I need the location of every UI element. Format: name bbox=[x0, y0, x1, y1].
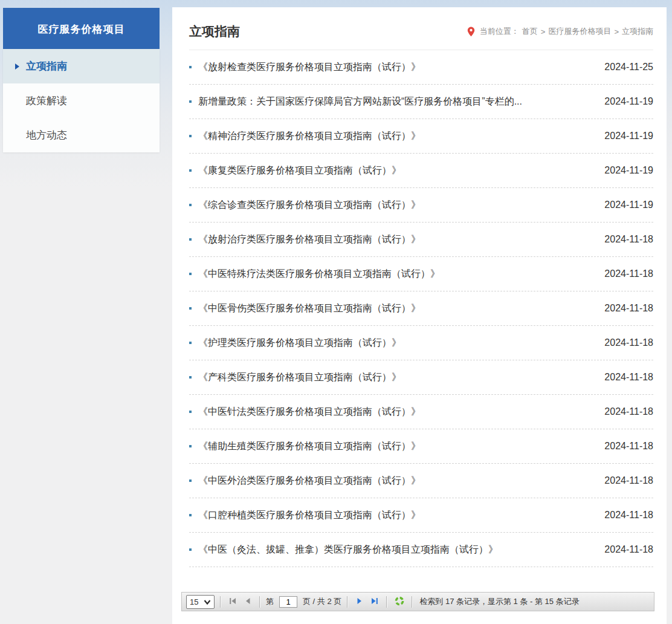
article-link[interactable]: 《康复类医疗服务价格项目立项指南（试行）》 bbox=[198, 164, 590, 177]
pager-summary: 检索到 17 条记录，显示第 1 条 - 第 15 条记录 bbox=[419, 596, 579, 607]
bullet-icon bbox=[189, 273, 192, 275]
breadcrumb-separator: > bbox=[541, 27, 546, 36]
active-triangle-icon bbox=[15, 63, 19, 70]
pagination-bar: 15 bbox=[181, 592, 654, 611]
prev-page-button[interactable] bbox=[242, 596, 254, 608]
first-page-icon bbox=[228, 597, 237, 607]
prev-page-icon bbox=[244, 597, 252, 607]
list-item: 《中医骨伤类医疗服务价格项目立项指南（试行）》 2024-11-18 bbox=[189, 291, 653, 326]
article-date: 2024-11-18 bbox=[604, 372, 653, 383]
article-date: 2024-11-18 bbox=[604, 406, 653, 417]
sidebar-menu: 立项指南 政策解读 地方动态 bbox=[3, 49, 160, 152]
page-label-suffix: 页 / 共 2 页 bbox=[303, 596, 341, 607]
list-item: 《精神治疗类医疗服务价格项目立项指南（试行）》 2024-11-19 bbox=[189, 119, 653, 154]
bullet-icon bbox=[189, 445, 192, 447]
breadcrumb-home[interactable]: 首页 bbox=[522, 26, 538, 37]
last-page-button[interactable] bbox=[369, 596, 381, 608]
last-page-icon bbox=[370, 597, 379, 607]
article-date: 2024-11-19 bbox=[604, 131, 653, 141]
page-size-select[interactable]: 15 bbox=[186, 595, 215, 609]
breadcrumb: 当前位置： 首页 > 医疗服务价格项目 > 立项指南 bbox=[467, 26, 653, 37]
bullet-icon bbox=[189, 479, 192, 482]
pager-divider bbox=[347, 596, 348, 608]
pager-divider bbox=[259, 596, 260, 608]
article-date: 2024-11-25 bbox=[604, 62, 653, 73]
list-item: 《中医（灸法、拔罐、推拿）类医疗服务价格项目立项指南（试行）》 2024-11-… bbox=[189, 533, 653, 567]
page-number-input[interactable] bbox=[279, 596, 297, 608]
list-item: 《综合诊查类医疗服务价格项目立项指南（试行）》 2024-11-19 bbox=[189, 188, 653, 223]
article-date: 2024-11-18 bbox=[604, 303, 653, 314]
article-date: 2024-11-18 bbox=[604, 268, 653, 279]
page-label-prefix: 第 bbox=[266, 596, 274, 607]
list-item: 《中医针法类医疗服务价格项目立项指南（试行）》 2024-11-18 bbox=[189, 395, 653, 429]
article-date: 2024-11-18 bbox=[604, 441, 653, 452]
breadcrumb-separator: > bbox=[614, 27, 619, 36]
article-date: 2024-11-18 bbox=[604, 475, 653, 486]
list-item: 《放射检查类医疗服务价格项目立项指南（试行）》 2024-11-25 bbox=[189, 50, 653, 85]
breadcrumb-prefix: 当前位置： bbox=[480, 26, 519, 37]
article-link[interactable]: 《中医针法类医疗服务价格项目立项指南（试行）》 bbox=[198, 406, 590, 418]
article-link[interactable]: 《精神治疗类医疗服务价格项目立项指南（试行）》 bbox=[198, 130, 590, 143]
next-page-button[interactable] bbox=[354, 596, 366, 608]
article-date: 2024-11-19 bbox=[604, 200, 653, 210]
first-page-button[interactable] bbox=[227, 596, 239, 608]
page-title: 立项指南 bbox=[189, 23, 240, 40]
bullet-icon bbox=[189, 342, 192, 344]
content-panel: 立项指南 当前位置： 首页 > 医疗服务价格项目 > 立项指南 bbox=[172, 7, 667, 624]
list-item: 《中医外治类医疗服务价格项目立项指南（试行）》 2024-11-18 bbox=[189, 464, 653, 498]
bullet-icon bbox=[189, 238, 192, 241]
bullet-icon bbox=[189, 411, 192, 413]
article-link[interactable]: 《综合诊查类医疗服务价格项目立项指南（试行）》 bbox=[198, 199, 590, 212]
article-date: 2024-11-18 bbox=[604, 337, 653, 348]
refresh-icon bbox=[395, 596, 404, 608]
breadcrumb-current: 立项指南 bbox=[622, 26, 653, 37]
location-pin-icon bbox=[467, 27, 475, 37]
bullet-icon bbox=[189, 100, 192, 103]
bullet-icon bbox=[189, 169, 192, 172]
list-item: 《放射治疗类医疗服务价格项目立项指南（试行）》 2024-11-18 bbox=[189, 223, 653, 257]
article-link[interactable]: 《辅助生殖类医疗服务价格项目立项指南（试行）》 bbox=[198, 440, 590, 453]
list-item: 《护理类医疗服务价格项目立项指南（试行）》 2024-11-18 bbox=[189, 326, 653, 360]
chevron-down-icon bbox=[204, 597, 211, 606]
article-date: 2024-11-18 bbox=[604, 544, 653, 555]
article-link[interactable]: 《护理类医疗服务价格项目立项指南（试行）》 bbox=[198, 337, 590, 349]
article-link[interactable]: 《放射检查类医疗服务价格项目立项指南（试行）》 bbox=[198, 61, 590, 74]
breadcrumb-section[interactable]: 医疗服务价格项目 bbox=[548, 26, 611, 37]
article-link[interactable]: 《产科类医疗服务价格项目立项指南（试行）》 bbox=[198, 371, 590, 384]
article-link[interactable]: 《中医骨伤类医疗服务价格项目立项指南（试行）》 bbox=[198, 302, 590, 315]
article-date: 2024-11-19 bbox=[604, 96, 653, 107]
sidebar-title: 医疗服务价格项目 bbox=[3, 8, 160, 49]
bullet-icon bbox=[189, 66, 192, 68]
article-date: 2024-11-18 bbox=[604, 234, 653, 245]
pager-divider bbox=[220, 596, 221, 608]
refresh-button[interactable] bbox=[393, 595, 406, 609]
list-item: 《产科类医疗服务价格项目立项指南（试行）》 2024-11-18 bbox=[189, 360, 653, 395]
sidebar-item-zhengce-jiedu[interactable]: 政策解读 bbox=[3, 83, 160, 118]
article-link[interactable]: 新增量政策：关于国家医疗保障局官方网站新设“医疗服务价格项目”专栏的... bbox=[198, 96, 590, 108]
bullet-icon bbox=[189, 376, 192, 379]
sidebar-item-difang-dongtai[interactable]: 地方动态 bbox=[3, 118, 160, 152]
pager-divider bbox=[386, 596, 387, 608]
list-item: 新增量政策：关于国家医疗保障局官方网站新设“医疗服务价格项目”专栏的... 20… bbox=[189, 85, 653, 119]
list-item: 《康复类医疗服务价格项目立项指南（试行）》 2024-11-19 bbox=[189, 154, 653, 188]
sidebar-item-label: 政策解读 bbox=[26, 95, 67, 106]
list-item: 《口腔种植类医疗服务价格项目立项指南（试行）》 2024-11-18 bbox=[189, 498, 653, 533]
article-link[interactable]: 《放射治疗类医疗服务价格项目立项指南（试行）》 bbox=[198, 233, 590, 246]
sidebar-item-label: 地方动态 bbox=[26, 129, 67, 141]
article-link[interactable]: 《中医外治类医疗服务价格项目立项指南（试行）》 bbox=[198, 475, 590, 487]
news-list: 《放射检查类医疗服务价格项目立项指南（试行）》 2024-11-25 新增量政策… bbox=[189, 50, 653, 567]
bullet-icon bbox=[189, 135, 192, 137]
article-date: 2024-11-19 bbox=[604, 165, 653, 176]
panel-header: 立项指南 当前位置： 首页 > 医疗服务价格项目 > 立项指南 bbox=[172, 7, 667, 50]
bullet-icon bbox=[189, 307, 192, 310]
article-link[interactable]: 《中医（灸法、拔罐、推拿）类医疗服务价格项目立项指南（试行）》 bbox=[198, 544, 590, 556]
article-date: 2024-11-18 bbox=[604, 510, 653, 521]
article-link[interactable]: 《中医特殊疗法类医疗服务价格项目立项指南（试行）》 bbox=[198, 268, 590, 281]
article-link[interactable]: 《口腔种植类医疗服务价格项目立项指南（试行）》 bbox=[198, 509, 590, 522]
page-size-value: 15 bbox=[190, 597, 198, 606]
sidebar-item-lixiang-zhinan[interactable]: 立项指南 bbox=[3, 49, 160, 83]
sidebar-item-label: 立项指南 bbox=[26, 60, 67, 72]
pager-divider bbox=[412, 596, 413, 608]
page-background: 医疗服务价格项目 立项指南 政策解读 地方动态 立项指南 bbox=[0, 0, 672, 624]
next-page-icon bbox=[355, 597, 364, 607]
